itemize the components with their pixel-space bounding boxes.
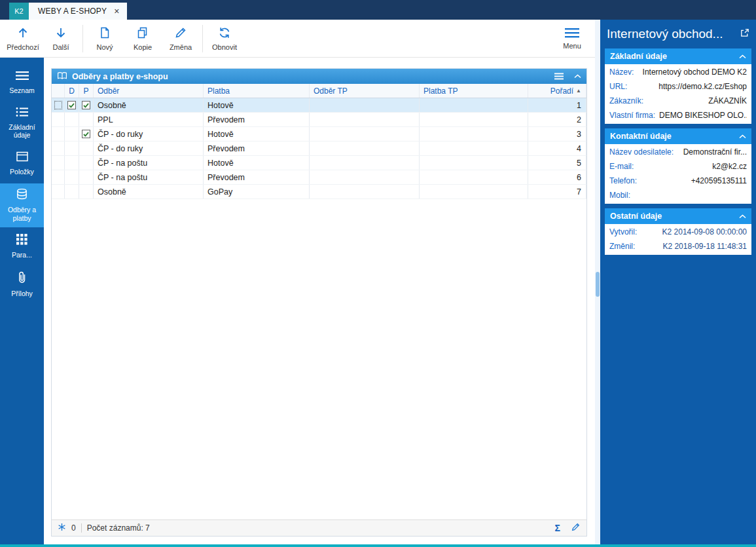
checkbox-d[interactable] <box>65 156 79 170</box>
snowflake-icon[interactable] <box>58 523 66 533</box>
header-p[interactable]: P <box>79 84 94 98</box>
field-value[interactable]: k2@k2.cz <box>708 162 747 171</box>
field-value[interactable]: Internetový obchod DEMO K2 <box>639 67 747 77</box>
tab-weby-a-eshopy[interactable]: WEBY A E-SHOPY × <box>29 3 127 20</box>
tab-k2[interactable]: K2 <box>9 3 29 20</box>
field-value[interactable]: DEMO BIKESHOP OLO... <box>655 111 747 120</box>
sidebar-item-zakladni-udaje[interactable]: Základní údaje <box>0 102 44 144</box>
cell-platba[interactable]: Převodem <box>204 113 310 126</box>
table-row[interactable]: PPL Převodem 2 <box>52 113 586 127</box>
cell-platba[interactable]: GoPay <box>204 185 310 198</box>
cell-odber-tp[interactable] <box>310 170 420 184</box>
table-row[interactable]: ČP - do ruky Převodem 4 <box>52 141 586 156</box>
cell-platba-tp[interactable] <box>420 113 528 126</box>
field-value[interactable]: https://demo.k2.cz/Eshop <box>655 82 747 91</box>
checkbox-p[interactable] <box>79 185 94 198</box>
cell-platba-tp[interactable] <box>420 98 528 112</box>
cell-poradi[interactable]: 6 <box>528 170 586 184</box>
cell-odber[interactable]: ČP - na poštu <box>94 156 204 170</box>
collapse-chevron-icon[interactable] <box>574 74 581 79</box>
cell-poradi[interactable]: 3 <box>528 127 586 141</box>
cell-platba[interactable]: Převodem <box>204 170 310 184</box>
checkbox-d[interactable] <box>65 113 79 126</box>
table-row[interactable]: ČP - na poštu Hotově 5 <box>52 156 586 170</box>
menu-button[interactable]: Menu <box>554 22 590 55</box>
cell-poradi[interactable]: 4 <box>528 141 586 155</box>
sidebar-item-polozky[interactable]: Položky <box>0 146 44 181</box>
cell-poradi[interactable]: 1 <box>528 98 586 112</box>
change-button[interactable]: Změna <box>162 22 200 55</box>
chevron-up-icon[interactable] <box>739 132 746 141</box>
table-row[interactable]: ČP - do ruky Hotově 3 <box>52 127 586 141</box>
field-value[interactable]: Demonstrační fir... <box>679 147 747 157</box>
cell-platba[interactable]: Hotově <box>204 156 310 170</box>
grid-menu-icon[interactable] <box>554 73 564 80</box>
section-header[interactable]: Kontaktní údaje <box>605 128 751 144</box>
cell-odber-tp[interactable] <box>310 127 420 141</box>
cell-odber[interactable]: PPL <box>94 113 204 126</box>
cell-poradi[interactable]: 5 <box>528 156 586 170</box>
cell-odber[interactable]: Osobně <box>94 185 204 198</box>
close-icon[interactable]: × <box>114 7 119 16</box>
sidebar-item-odbery-a-platby[interactable]: Odběry a platby <box>0 183 44 227</box>
external-link-icon[interactable] <box>740 27 749 41</box>
checkbox-p[interactable] <box>79 156 94 170</box>
splitter-handle[interactable] <box>596 272 600 297</box>
cell-odber[interactable]: ČP - do ruky <box>94 141 204 155</box>
section-header[interactable]: Ostatní údaje <box>605 208 751 224</box>
checkbox-d[interactable] <box>65 170 79 184</box>
cell-odber-tp[interactable] <box>310 141 420 155</box>
table-row[interactable]: Osobně GoPay 7 <box>52 185 586 199</box>
cell-platba-tp[interactable] <box>420 156 528 170</box>
cell-platba-tp[interactable] <box>420 141 528 155</box>
checkbox-d[interactable] <box>65 127 79 141</box>
section-header[interactable]: Základní údaje <box>605 48 751 64</box>
cell-platba-tp[interactable] <box>420 185 528 198</box>
copy-button[interactable]: Kopie <box>124 22 162 55</box>
table-row[interactable]: Osobně Hotově 1 <box>52 98 586 113</box>
cell-platba-tp[interactable] <box>420 170 528 184</box>
sidebar-item-parametry[interactable]: Para... <box>0 229 44 265</box>
cell-odber[interactable]: ČP - na poštu <box>94 170 204 184</box>
panel-splitter[interactable] <box>595 20 600 544</box>
header-poradi[interactable]: Pořadí ▲ <box>528 84 586 98</box>
cell-platba-tp[interactable] <box>420 127 528 141</box>
cell-platba[interactable]: Převodem <box>204 141 310 155</box>
chevron-up-icon[interactable] <box>739 52 746 61</box>
cell-odber-tp[interactable] <box>310 98 420 112</box>
cell-odber-tp[interactable] <box>310 113 420 126</box>
cell-odber[interactable]: Osobně <box>94 98 204 112</box>
cell-poradi[interactable]: 2 <box>528 113 586 126</box>
sidebar-item-seznam[interactable]: Seznam <box>0 65 44 100</box>
checkbox-p[interactable] <box>79 113 94 126</box>
header-d[interactable]: D <box>65 84 79 98</box>
next-button[interactable]: Další <box>42 22 80 55</box>
chevron-up-icon[interactable] <box>739 212 746 221</box>
cell-odber[interactable]: ČP - do ruky <box>94 127 204 141</box>
field-value[interactable]: ZÁKAZNÍK <box>704 96 747 105</box>
cell-odber-tp[interactable] <box>310 156 420 170</box>
cell-poradi[interactable]: 7 <box>528 185 586 198</box>
cell-platba[interactable]: Hotově <box>204 98 310 112</box>
cell-odber-tp[interactable] <box>310 185 420 198</box>
checkbox-p[interactable] <box>79 170 94 184</box>
checkbox-d[interactable] <box>65 141 79 155</box>
checkbox-p[interactable] <box>79 98 94 112</box>
checkbox-d[interactable] <box>65 98 79 112</box>
checkbox-d[interactable] <box>65 185 79 198</box>
previous-button[interactable]: Předchozí <box>4 22 42 55</box>
header-platba-tp[interactable]: Platba TP <box>420 84 528 98</box>
edit-pencil-icon[interactable] <box>571 522 581 534</box>
cell-platba[interactable]: Hotově <box>204 127 310 141</box>
refresh-button[interactable]: Obnovit <box>206 22 243 55</box>
field-value[interactable]: +420595135111 <box>687 176 747 185</box>
sidebar-item-prilohy[interactable]: Přílohy <box>0 267 44 303</box>
sum-icon[interactable]: Σ <box>555 523 560 533</box>
table-row[interactable]: ČP - na poštu Převodem 6 <box>52 170 586 185</box>
header-platba[interactable]: Platba <box>204 84 310 98</box>
new-button[interactable]: Nový <box>86 22 124 55</box>
checkbox-p[interactable] <box>79 141 94 155</box>
header-odber-tp[interactable]: Odběr TP <box>310 84 420 98</box>
header-odber[interactable]: Odběr <box>94 84 204 98</box>
checkbox-p[interactable] <box>79 127 94 141</box>
